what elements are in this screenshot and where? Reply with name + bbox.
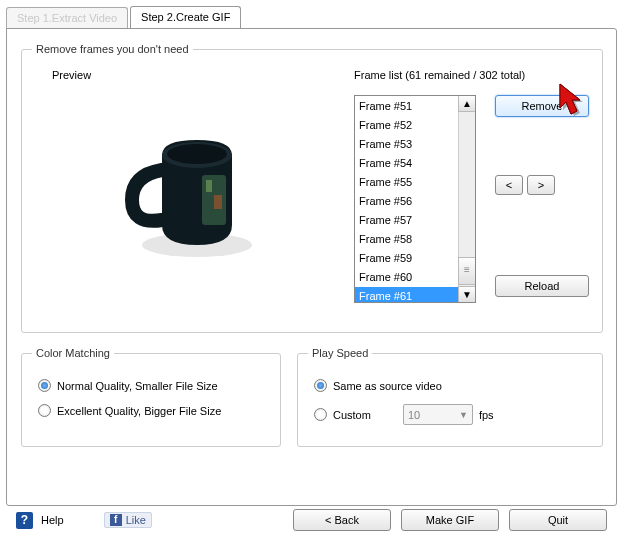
list-item[interactable]: Frame #51: [355, 97, 458, 116]
list-item[interactable]: Frame #54: [355, 154, 458, 173]
bottom-bar: ? Help f Like < Back Make GIF Quit: [0, 500, 623, 540]
mug-icon: [102, 120, 272, 270]
tab-panel-create-gif: Remove frames you don't need Preview Fra…: [6, 28, 617, 506]
make-gif-button[interactable]: Make GIF: [401, 509, 499, 531]
help-link[interactable]: Help: [41, 514, 64, 526]
next-frame-button[interactable]: >: [527, 175, 555, 195]
list-item[interactable]: Frame #59: [355, 249, 458, 268]
quit-button[interactable]: Quit: [509, 509, 607, 531]
list-item[interactable]: Frame #58: [355, 230, 458, 249]
list-item[interactable]: Frame #57: [355, 211, 458, 230]
radio-same-as-source[interactable]: Same as source video: [314, 379, 586, 392]
radio-icon: [314, 408, 327, 421]
svg-point-2: [167, 144, 227, 164]
frame-listbox[interactable]: Frame #51Frame #52Frame #53Frame #54Fram…: [354, 95, 476, 303]
tab-create-gif[interactable]: Step 2.Create GIF: [130, 6, 241, 28]
back-button[interactable]: < Back: [293, 509, 391, 531]
frame-list-label: Frame list (61 remained / 302 total): [354, 69, 525, 81]
list-item[interactable]: Frame #52: [355, 116, 458, 135]
scrollbar[interactable]: ▲ ▼: [458, 96, 475, 302]
reload-button[interactable]: Reload: [495, 275, 589, 297]
remove-frames-legend: Remove frames you don't need: [32, 43, 193, 55]
radio-label: Normal Quality, Smaller File Size: [57, 380, 218, 392]
fps-combo[interactable]: 10 ▼: [403, 404, 473, 425]
svg-rect-5: [214, 195, 222, 209]
scroll-down-icon[interactable]: ▼: [458, 286, 476, 303]
list-item[interactable]: Frame #60: [355, 268, 458, 287]
like-label: Like: [126, 514, 146, 526]
scroll-thumb[interactable]: [458, 257, 476, 285]
preview-image: [42, 95, 332, 295]
radio-excellent-quality[interactable]: Excellent Quality, Bigger File Size: [38, 404, 264, 417]
remove-frames-group: Remove frames you don't need Preview Fra…: [21, 43, 603, 333]
facebook-icon: f: [110, 514, 122, 526]
list-item[interactable]: Frame #53: [355, 135, 458, 154]
color-matching-group: Color Matching Normal Quality, Smaller F…: [21, 347, 281, 447]
radio-label: Excellent Quality, Bigger File Size: [57, 405, 221, 417]
list-item[interactable]: Frame #55: [355, 173, 458, 192]
svg-rect-4: [206, 180, 212, 192]
fps-label: fps: [479, 409, 494, 421]
radio-normal-quality[interactable]: Normal Quality, Smaller File Size: [38, 379, 264, 392]
radio-custom-fps[interactable]: Custom 10 ▼ fps: [314, 404, 586, 425]
radio-icon: [38, 379, 51, 392]
facebook-like-button[interactable]: f Like: [104, 512, 152, 528]
fps-value: 10: [408, 409, 420, 421]
tab-bar: Step 1.Extract Video Step 2.Create GIF: [0, 0, 623, 28]
tab-extract-video[interactable]: Step 1.Extract Video: [6, 7, 128, 29]
play-speed-legend: Play Speed: [308, 347, 372, 359]
radio-icon: [314, 379, 327, 392]
color-matching-legend: Color Matching: [32, 347, 114, 359]
help-icon[interactable]: ?: [16, 512, 33, 529]
radio-label: Same as source video: [333, 380, 442, 392]
chevron-down-icon: ▼: [459, 410, 468, 420]
prev-frame-button[interactable]: <: [495, 175, 523, 195]
list-item[interactable]: Frame #61: [355, 287, 458, 302]
list-item[interactable]: Frame #56: [355, 192, 458, 211]
remove-button[interactable]: Remove: [495, 95, 589, 117]
preview-label: Preview: [52, 69, 91, 81]
radio-label: Custom: [333, 409, 371, 421]
play-speed-group: Play Speed Same as source video Custom 1…: [297, 347, 603, 447]
scroll-up-icon[interactable]: ▲: [458, 95, 476, 112]
radio-icon: [38, 404, 51, 417]
